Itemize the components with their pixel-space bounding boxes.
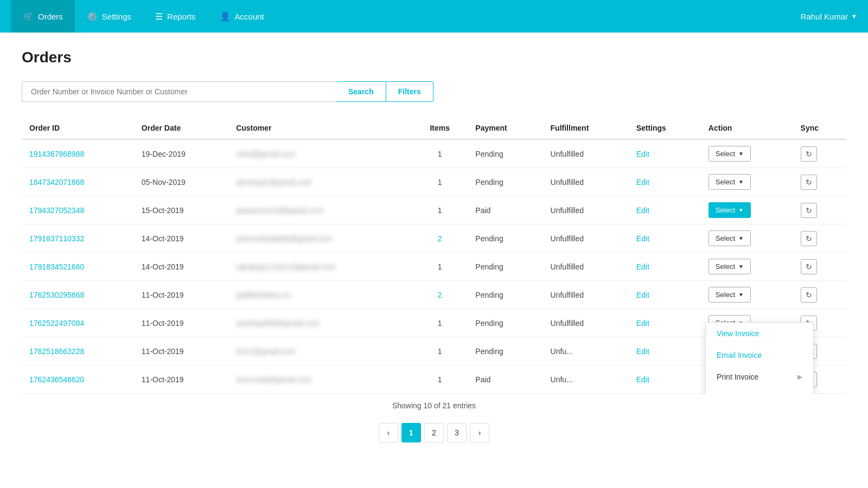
order-id-link[interactable]: 1794327052348 [29, 206, 84, 215]
sync-button[interactable]: ↻ [801, 231, 817, 246]
payment-status: Pending [468, 309, 542, 337]
select-button[interactable]: Select ▼ [709, 287, 751, 303]
print-invoice-label: Print Invoice [717, 373, 758, 381]
items-count: 1 [412, 196, 468, 224]
table-header-row: Order ID Order Date Customer Items Payme… [22, 117, 846, 139]
payment-status: Pending [468, 224, 542, 253]
customer-email: rajrating1110011@gmail.com [236, 262, 335, 271]
dropdown-item-print-invoice[interactable]: Print Invoice ▶ Original for Recipient D… [706, 366, 813, 388]
order-id-link[interactable]: 1762436546620 [29, 375, 84, 384]
select-button[interactable]: Select ▼ [709, 146, 751, 162]
email-invoice-label: Email Invoice [717, 351, 762, 359]
nav-item-settings[interactable]: ⚙️ Settings [75, 0, 143, 33]
payment-status: Paid [468, 196, 542, 224]
payment-status: Paid [468, 365, 542, 394]
page-3-button[interactable]: 3 [447, 423, 467, 442]
order-id-link[interactable]: 1791837110332 [29, 234, 84, 243]
edit-link[interactable]: Edit [636, 291, 649, 299]
page-1-button[interactable]: 1 [401, 423, 421, 442]
col-payment: Payment [468, 117, 542, 139]
entries-count: Showing 10 of 21 entries [22, 401, 846, 410]
items-count: 1 [412, 309, 468, 337]
chevron-down-icon: ▼ [738, 235, 744, 241]
edit-link[interactable]: Edit [636, 262, 649, 271]
sync-button[interactable]: ↻ [801, 259, 817, 274]
user-menu[interactable]: Rahul Kumar ▼ [801, 12, 857, 21]
nav-items: 🛒 Orders ⚙️ Settings ☰ Reports 👤 Account [11, 0, 801, 33]
order-date: 15-Oct-2019 [134, 196, 228, 224]
edit-link[interactable]: Edit [636, 178, 649, 187]
page-prev-button[interactable]: ‹ [379, 423, 398, 442]
cart-icon: 🛒 [23, 11, 34, 22]
edit-link[interactable]: Edit [636, 375, 649, 384]
chevron-down-icon: ▼ [738, 264, 744, 269]
edit-link[interactable]: Edit [636, 347, 649, 356]
table-row: 179183711033214-Oct-2019johnsmithabbbb@g… [22, 224, 846, 253]
nav-item-account[interactable]: 👤 Account [208, 0, 276, 33]
gear-icon: ⚙️ [87, 11, 98, 22]
order-id-link[interactable]: 1847342071868 [29, 178, 84, 187]
chevron-down-icon: ▼ [738, 151, 744, 157]
select-button[interactable]: Select ▼ [709, 174, 751, 190]
customer-email: johnsmithabbbb@gmail.com [236, 234, 332, 243]
nav-item-reports[interactable]: ☰ Reports [143, 0, 208, 33]
dropdown-item-email-invoice[interactable]: Email Invoice [706, 344, 813, 366]
nav-label-account: Account [235, 12, 264, 21]
filters-button[interactable]: Filters [386, 81, 433, 102]
col-settings: Settings [629, 117, 701, 139]
items-count: 1 [412, 337, 468, 365]
nav-item-orders[interactable]: 🛒 Orders [11, 0, 75, 33]
chevron-down-icon: ▼ [738, 179, 744, 185]
order-date: 14-Oct-2019 [134, 224, 228, 253]
sync-button[interactable]: ↻ [801, 287, 817, 303]
main-content: Orders Search Filters Order ID Order Dat… [0, 33, 868, 488]
sync-button[interactable]: ↻ [801, 203, 817, 218]
order-id-link[interactable]: 1762522497084 [29, 319, 84, 328]
page-title: Orders [22, 49, 846, 66]
customer-email: rahul@gmail.com [236, 150, 295, 158]
search-button[interactable]: Search [336, 81, 386, 102]
edit-link[interactable]: Edit [636, 206, 649, 215]
col-order-date: Order Date [134, 117, 228, 139]
order-date: 19-Dec-2019 [134, 139, 228, 168]
orders-table-wrap: Order ID Order Date Customer Items Payme… [22, 117, 846, 394]
fulfillment-status: Unfulfilled [543, 281, 629, 309]
page-2-button[interactable]: 2 [424, 423, 444, 442]
items-count: 1 [412, 139, 468, 168]
order-date: 11-Oct-2019 [134, 309, 228, 337]
edit-link[interactable]: Edit [636, 319, 649, 328]
order-date: 11-Oct-2019 [134, 281, 228, 309]
customer-email: tomcruise@gmail.com [236, 375, 311, 384]
col-order-id: Order ID [22, 117, 134, 139]
items-count: 1 [412, 168, 468, 196]
fulfillment-status: Unfulfilled [543, 139, 629, 168]
select-button[interactable]: Select ▼ [709, 230, 751, 246]
fulfillment-status: Unfulfilled [543, 168, 629, 196]
dropdown-item-download-invoice[interactable]: Download Invoice [706, 388, 813, 394]
page-next-button[interactable]: › [470, 423, 489, 442]
order-date: 11-Oct-2019 [134, 337, 228, 365]
customer-email: amishay888@gmail.com [236, 319, 320, 328]
fulfillment-status: Unfu... [543, 365, 629, 394]
col-customer: Customer [228, 117, 412, 139]
search-input[interactable] [22, 81, 336, 102]
nav-label-reports: Reports [167, 12, 196, 21]
chevron-down-icon: ▼ [851, 13, 857, 20]
edit-link[interactable]: Edit [636, 150, 649, 158]
fulfillment-status: Unfulfilled [543, 309, 629, 337]
edit-link[interactable]: Edit [636, 234, 649, 243]
navbar: 🛒 Orders ⚙️ Settings ☰ Reports 👤 Account… [0, 0, 868, 33]
select-button[interactable]: Select ▼ [709, 259, 751, 274]
dropdown-item-view-invoice[interactable]: View Invoice [706, 323, 813, 344]
fulfillment-status: Unfulfilled [543, 196, 629, 224]
order-id-link[interactable]: 1914367868988 [29, 150, 84, 158]
select-button[interactable]: Select ▼ [709, 202, 751, 218]
sync-button[interactable]: ↻ [801, 175, 817, 190]
order-id-link[interactable]: 1791834521660 [29, 262, 84, 271]
view-invoice-label: View Invoice [717, 329, 759, 338]
sync-button[interactable]: ↻ [801, 146, 817, 162]
chevron-down-icon: ▼ [738, 207, 744, 213]
reports-icon: ☰ [155, 11, 163, 22]
order-id-link[interactable]: 1762518663228 [29, 347, 84, 356]
order-id-link[interactable]: 1762530295868 [29, 291, 84, 299]
